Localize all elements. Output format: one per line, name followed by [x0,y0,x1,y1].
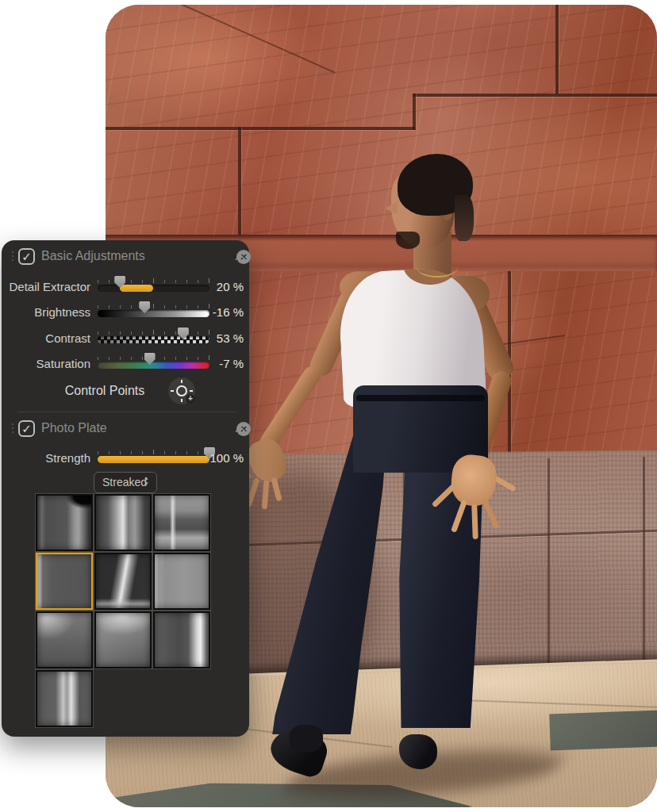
slider-fill [98,456,209,463]
slider-value: -16 % [196,301,244,324]
contrast-slider: Contrast 53 % [2,327,249,350]
basic-adjustments-header: Basic Adjustments [2,247,249,266]
saturation-slider: Saturation -7 % [2,352,249,376]
basic-adjustments-checkbox[interactable] [18,248,35,265]
slider-ticks [98,330,209,335]
right-finger [482,498,500,529]
photo-plate-title: Photo Plate [41,421,107,435]
control-points-label: Control Points [49,377,160,405]
slider-label: Strength [2,446,90,470]
slider-track[interactable] [98,310,209,317]
slider-value: 53 % [196,327,244,350]
slider-ticks [98,450,209,454]
plate-thumbnail-grid [36,494,212,729]
section-divider [17,412,236,412]
slider-track[interactable] [98,285,209,292]
right-shoe [399,734,437,769]
plate-thumbnail[interactable] [36,553,93,610]
slider-track[interactable] [98,362,209,369]
left-finger [262,481,269,509]
add-control-point-button[interactable] [168,377,195,404]
slider-track[interactable] [98,336,209,343]
plus-badge-icon [186,394,195,404]
control-point-icon [176,385,187,396]
slider-label: Brightness [2,301,90,324]
plate-thumbnail[interactable] [94,494,152,551]
left-shoe-top [290,725,323,752]
photo-plate-checkbox[interactable] [18,420,35,437]
slider-label: Detail Extractor [2,275,90,299]
plate-thumbnail[interactable] [153,553,210,610]
detail-extractor-slider: Detail Extractor 20 % [2,275,249,299]
control-points-row: Control Points [2,377,249,405]
plate-thumbnail[interactable] [36,494,93,551]
screenshot: Basic Adjustments Detail Extractor 20 % … [0,0,657,812]
slider-ticks [98,278,209,283]
slider-value: 20 % [196,275,244,299]
drag-handle-icon[interactable] [12,251,14,262]
beard [396,232,420,249]
left-hand [243,434,292,487]
plate-thumbnail[interactable] [36,670,93,727]
basic-adjustments-title: Basic Adjustments [41,249,145,263]
necklace [417,257,458,278]
plate-thumbnail[interactable] [36,611,93,668]
dropdown-arrows-icon [143,476,150,486]
drag-handle-icon[interactable] [12,423,14,435]
dropdown-value: Streaked [102,473,147,492]
plate-style-dropdown[interactable]: Streaked [94,472,157,493]
slider-ticks [98,304,209,308]
waistband [356,395,485,401]
left-finger [271,477,282,502]
photo-plate-header: Photo Plate [2,419,249,439]
hair-fade [455,195,474,241]
slider-label: Contrast [2,327,90,350]
plate-thumbnail[interactable] [153,611,210,668]
plate-thumbnail[interactable] [94,611,152,668]
slider-value: 100 % [196,446,244,470]
strength-slider: Strength 100 % [2,446,249,470]
brightness-slider: Brightness -16 % [2,301,249,324]
plate-thumbnail[interactable] [153,494,210,551]
filter-panel: Basic Adjustments Detail Extractor 20 % … [2,240,249,737]
right-finger [471,504,478,539]
slider-fill [120,285,153,292]
plate-thumbnail[interactable] [94,553,152,610]
slider-value: -7 % [196,352,244,376]
slider-label: Saturation [2,352,90,376]
